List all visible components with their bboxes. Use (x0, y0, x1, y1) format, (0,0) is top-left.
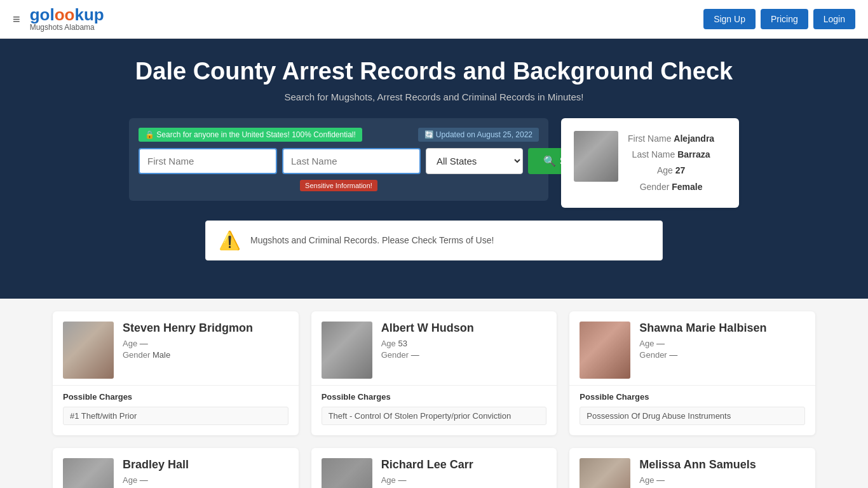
page-title: Dale County Arrest Records and Backgroun… (13, 58, 855, 85)
profile-gender: Gender Female (628, 179, 714, 195)
record-age: Age — (639, 339, 766, 348)
mugshot-image (322, 458, 372, 488)
charges-label: Possible Charges (322, 392, 547, 402)
record-age: Age — (381, 475, 473, 485)
mugshot (580, 458, 630, 488)
mugshot-image (580, 322, 630, 379)
profile-first-name: First Name Alejandra (628, 131, 714, 147)
record-age: Age — (639, 475, 756, 485)
record-top: Richard Lee Carr Age — (311, 448, 557, 488)
last-name-input[interactable] (282, 148, 421, 174)
hamburger-icon[interactable]: ≡ (13, 12, 20, 27)
record-top: Bradley Hall Age — (53, 448, 299, 488)
charge-item: #1 Theft/with Prior (63, 407, 288, 425)
record-name: Shawna Marie Halbisen (639, 322, 766, 335)
record-card[interactable]: Shawna Marie Halbisen Age — Gender — Pos… (569, 311, 815, 435)
profile-last-name: Last Name Barraza (628, 147, 714, 163)
record-details: Melissa Ann Samuels Age — (639, 458, 756, 487)
record-card[interactable]: Steven Henry Bridgmon Age — Gender Male … (53, 311, 299, 435)
avatar (574, 131, 618, 182)
mugshot (322, 322, 372, 379)
mugshot (322, 458, 372, 488)
hero-subtitle: Search for Mugshots, Arrest Records and … (13, 92, 855, 102)
record-name: Bradley Hall (123, 458, 189, 471)
record-details: Richard Lee Carr Age — (381, 458, 473, 487)
charges-section: Possible Charges Possession Of Drug Abus… (569, 386, 815, 435)
charges-label: Possible Charges (580, 392, 805, 402)
signup-button[interactable]: Sign Up (703, 9, 756, 29)
record-top: Melissa Ann Samuels Age — (569, 448, 815, 488)
mugshot-image (63, 322, 114, 379)
mugshot (63, 458, 114, 488)
warning-text: Mugshots and Criminal Records. Please Ch… (250, 235, 494, 245)
search-inputs: All StatesAlabamaAlaskaArizonaArkansasCa… (139, 148, 539, 174)
records-section: Steven Henry Bridgmon Age — Gender Male … (0, 299, 868, 488)
login-button[interactable]: Login (813, 9, 855, 29)
mugshot (580, 322, 630, 379)
record-card[interactable]: Melissa Ann Samuels Age — (569, 448, 815, 488)
record-name: Albert W Hudson (381, 322, 474, 335)
search-container: 🔒 Search for anyone in the United States… (13, 118, 855, 208)
record-name: Richard Lee Carr (381, 458, 473, 471)
confidential-badge: 🔒 Search for anyone in the United States… (139, 128, 362, 142)
record-age: Age — (123, 339, 253, 348)
record-top: Shawna Marie Halbisen Age — Gender — (569, 311, 815, 385)
record-details: Steven Henry Bridgmon Age — Gender Male (123, 322, 253, 362)
search-box: 🔒 Search for anyone in the United States… (129, 118, 548, 201)
logo-subtitle: Mugshots Alabama (30, 23, 95, 32)
sensitive-badge: Sensitive Information! (300, 180, 377, 191)
charges-section: Possible Charges Theft - Control Of Stol… (311, 386, 557, 435)
hero-section: Dale County Arrest Records and Backgroun… (0, 39, 868, 299)
record-details: Shawna Marie Halbisen Age — Gender — (639, 322, 766, 362)
charge-item: Theft - Control Of Stolen Property/prior… (322, 407, 547, 425)
updated-badge: 🔄 Updated on August 25, 2022 (418, 128, 539, 142)
profile-age: Age 27 (628, 163, 714, 179)
record-gender: Gender — (639, 350, 766, 360)
record-card[interactable]: Bradley Hall Age — (53, 448, 299, 488)
logo[interactable]: golookup Mugshots Alabama (30, 6, 104, 32)
charges-label: Possible Charges (63, 392, 288, 402)
record-age: Age 53 (381, 339, 474, 348)
warning-icon: ⚠️ (219, 230, 241, 251)
search-icon: 🔍 (543, 155, 556, 167)
charge-item: Possession Of Drug Abuse Instruments (580, 407, 805, 425)
first-name-input[interactable] (139, 148, 277, 174)
avatar-image (574, 131, 618, 182)
warning-bar: ⚠️ Mugshots and Criminal Records. Please… (205, 220, 663, 261)
profile-card: First Name Alejandra Last Name Barraza A… (561, 118, 739, 208)
record-details: Albert W Hudson Age 53 Gender — (381, 322, 474, 362)
header-left: ≡ golookup Mugshots Alabama (13, 6, 104, 32)
record-name: Steven Henry Bridgmon (123, 322, 253, 335)
pricing-button[interactable]: Pricing (761, 9, 808, 29)
record-details: Bradley Hall Age — (123, 458, 189, 487)
state-select[interactable]: All StatesAlabamaAlaskaArizonaArkansasCa… (426, 148, 523, 174)
logo-text: golookup (30, 6, 104, 23)
record-name: Melissa Ann Samuels (639, 458, 756, 471)
record-gender: Gender Male (123, 350, 253, 360)
charges-section: Possible Charges #1 Theft/with Prior (53, 386, 299, 435)
mugshot-image (580, 458, 630, 488)
header-nav: Sign Up Pricing Login (703, 9, 855, 29)
record-card[interactable]: Albert W Hudson Age 53 Gender — Possible… (311, 311, 557, 435)
record-age: Age — (123, 475, 189, 485)
mugshot-image (322, 322, 372, 379)
record-top: Steven Henry Bridgmon Age — Gender Male (53, 311, 299, 385)
record-gender: Gender — (381, 350, 474, 360)
profile-info: First Name Alejandra Last Name Barraza A… (628, 131, 714, 195)
search-top-bar: 🔒 Search for anyone in the United States… (139, 128, 539, 142)
mugshot (63, 322, 114, 379)
mugshot-image (63, 458, 114, 488)
record-card[interactable]: Richard Lee Carr Age — (311, 448, 557, 488)
header: ≡ golookup Mugshots Alabama Sign Up Pric… (0, 0, 868, 39)
record-top: Albert W Hudson Age 53 Gender — (311, 311, 557, 385)
records-grid: Steven Henry Bridgmon Age — Gender Male … (53, 311, 815, 488)
